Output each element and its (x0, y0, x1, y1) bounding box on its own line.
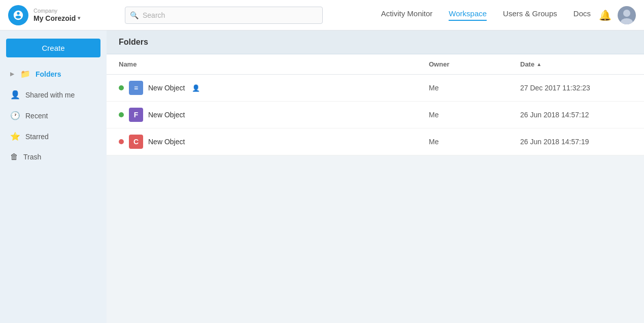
company-info: Company My Corezoid ▾ (33, 8, 80, 23)
row-owner-1: Me (429, 84, 520, 92)
share-icon-1: 👤 (192, 84, 200, 92)
logo-area: Company My Corezoid ▾ (8, 5, 115, 25)
sidebar-item-folders[interactable]: ▶ 📁 Folders (3, 64, 104, 84)
top-navigation: Company My Corezoid ▾ 🔍 Activity Monitor… (0, 0, 644, 30)
main-layout: Create ▶ 📁 Folders 👤 Shared with me 🕐 Re… (0, 30, 644, 323)
nav-workspace[interactable]: Workspace (449, 9, 487, 21)
col-date-header[interactable]: Date ▲ (520, 60, 632, 68)
company-label: Company (33, 8, 80, 14)
table-row[interactable]: ≡ New Object 👤 Me 27 Dec 2017 11:32:23 (107, 75, 644, 102)
sidebar-item-starred[interactable]: ⭐ Starred (3, 126, 104, 146)
table-row[interactable]: F New Object Me 26 Jun 2018 14:57:12 (107, 102, 644, 128)
sidebar: Create ▶ 📁 Folders 👤 Shared with me 🕐 Re… (0, 30, 107, 323)
table-header: Name Owner Date ▲ (107, 54, 644, 75)
object-icon-2: F (129, 108, 143, 122)
avatar[interactable] (618, 6, 636, 24)
search-icon: 🔍 (130, 11, 139, 19)
folder-icon: 📁 (20, 69, 30, 79)
shared-icon: 👤 (10, 90, 20, 100)
col-name-header: Name (119, 60, 429, 68)
row-date-3: 26 Jun 2018 14:57:19 (520, 138, 632, 146)
company-name[interactable]: My Corezoid ▾ (33, 14, 80, 23)
sidebar-item-folders-label: Folders (36, 70, 61, 78)
object-name-1: New Object (148, 84, 185, 92)
sidebar-item-shared-label: Shared with me (25, 91, 75, 99)
folders-title: Folders (119, 38, 148, 46)
sidebar-item-recent-label: Recent (25, 112, 48, 120)
object-icon-1: ≡ (129, 81, 143, 95)
search-bar: 🔍 (125, 7, 323, 24)
col-owner-header: Owner (429, 60, 520, 68)
row-owner-3: Me (429, 138, 520, 146)
row-name-2: F New Object (119, 108, 429, 122)
object-icon-3: C (129, 135, 143, 149)
main-content: Folders Name Owner Date ▲ ≡ New Object 👤 (107, 30, 644, 323)
chevron-down-icon: ▾ (78, 15, 80, 21)
row-date-1: 27 Dec 2017 11:32:23 (520, 84, 632, 92)
object-name-2: New Object (148, 111, 185, 119)
svg-point-1 (623, 10, 630, 17)
row-name-3: C New Object (119, 135, 429, 149)
sort-asc-icon: ▲ (536, 61, 541, 67)
star-icon: ⭐ (10, 132, 20, 141)
notifications-icon[interactable]: 🔔 (599, 9, 612, 21)
nav-docs[interactable]: Docs (573, 9, 591, 21)
row-owner-2: Me (429, 111, 520, 119)
sidebar-item-trash-label: Trash (23, 153, 41, 161)
app-logo[interactable] (8, 5, 28, 25)
row-date-2: 26 Jun 2018 14:57:12 (520, 111, 632, 119)
nav-links: Activity Monitor Workspace Users & Group… (381, 9, 591, 21)
nav-icons: 🔔 (599, 6, 636, 24)
folders-table: Name Owner Date ▲ ≡ New Object 👤 Me 27 D… (107, 54, 644, 155)
row-name-1: ≡ New Object 👤 (119, 81, 429, 95)
status-dot-2 (119, 112, 124, 117)
folder-header: Folders (107, 30, 644, 54)
sidebar-item-starred-label: Starred (25, 133, 49, 141)
recent-icon: 🕐 (10, 111, 20, 120)
sidebar-item-shared-with-me[interactable]: 👤 Shared with me (3, 85, 104, 105)
sidebar-item-recent[interactable]: 🕐 Recent (3, 106, 104, 125)
nav-users-groups[interactable]: Users & Groups (503, 9, 557, 21)
status-dot-1 (119, 85, 124, 90)
object-name-3: New Object (148, 138, 185, 146)
expand-arrow-icon: ▶ (10, 71, 14, 77)
create-button[interactable]: Create (6, 39, 100, 57)
sidebar-item-trash[interactable]: 🗑 Trash (3, 147, 104, 167)
trash-icon: 🗑 (10, 152, 18, 162)
status-dot-3 (119, 139, 124, 144)
nav-activity-monitor[interactable]: Activity Monitor (381, 9, 433, 21)
search-input[interactable] (125, 7, 323, 24)
table-row[interactable]: C New Object Me 26 Jun 2018 14:57:19 (107, 128, 644, 155)
